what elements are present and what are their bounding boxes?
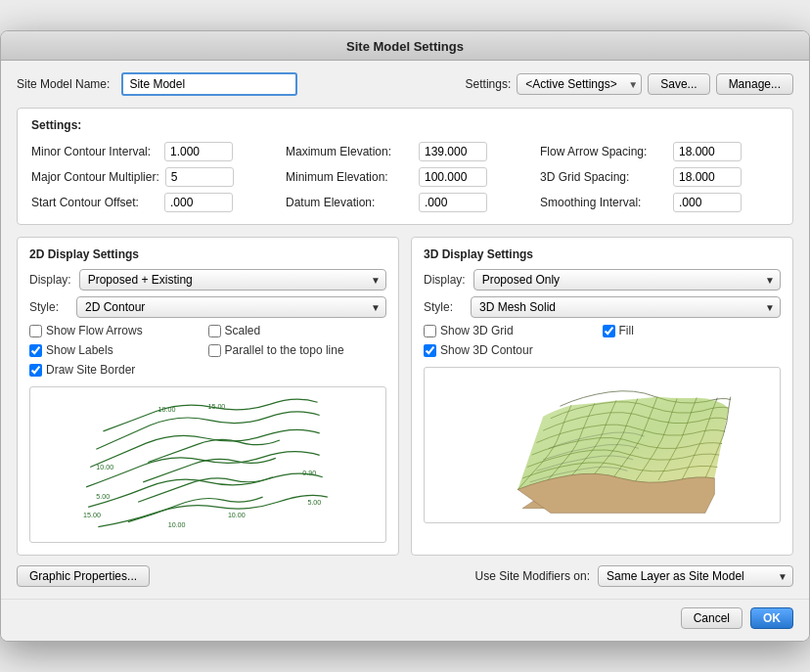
scaled-row: Scaled	[208, 324, 387, 337]
minor-contour-interval-input[interactable]	[164, 142, 233, 161]
3d-display-label: Display:	[424, 273, 466, 287]
datum-elevation-label: Datum Elevation:	[286, 196, 413, 209]
2d-style-select[interactable]: 2D Contour 2D Slope	[76, 296, 386, 318]
3d-display-select[interactable]: Proposed Only Proposed + Existing Existi…	[473, 269, 781, 291]
site-model-name-label: Site Model Name:	[17, 77, 110, 91]
modifier-select-wrapper: Same Layer as Site Model Active Layer ▼	[598, 565, 793, 587]
display-settings-columns: 2D Display Settings Display: Proposed + …	[17, 237, 793, 556]
3d-display-section: 3D Display Settings Display: Proposed On…	[411, 237, 793, 556]
2d-display-label: Display:	[29, 273, 71, 287]
scaled-checkbox[interactable]	[208, 325, 221, 337]
show-3d-contour-checkbox[interactable]	[424, 344, 436, 357]
save-button[interactable]: Save...	[648, 73, 709, 95]
draw-site-border-label: Draw Site Border	[46, 363, 135, 377]
draw-site-border-row: Draw Site Border	[29, 363, 386, 377]
3d-style-select[interactable]: 3D Mesh Solid 3D Mesh 3D Solid	[471, 296, 781, 318]
use-site-modifiers-select[interactable]: Same Layer as Site Model Active Layer	[598, 565, 793, 587]
major-contour-multiplier-label: Major Contour Multiplier:	[31, 170, 159, 184]
fill-checkbox[interactable]	[603, 325, 615, 337]
svg-text:5.00: 5.00	[307, 499, 321, 507]
svg-text:0.90: 0.90	[302, 470, 316, 477]
svg-text:10.00: 10.00	[228, 512, 246, 519]
start-contour-offset-input[interactable]	[164, 193, 233, 212]
bottom-left: Graphic Properties...	[17, 565, 150, 587]
svg-text:10.00: 10.00	[96, 464, 113, 471]
2d-preview: 5.00 10.00 15.00 10.00 10.00 5.00 0.90 1…	[29, 386, 386, 543]
3d-display-select-wrapper: Proposed Only Proposed + Existing Existi…	[473, 269, 781, 291]
2d-display-select[interactable]: Proposed + Existing Proposed Only Existi…	[79, 269, 386, 291]
show-3d-grid-checkbox[interactable]	[424, 325, 436, 337]
parallel-topo-label: Parallel to the topo line	[225, 343, 344, 357]
draw-site-border-checkbox[interactable]	[29, 364, 42, 377]
smoothing-interval-label: Smoothing Interval:	[540, 196, 667, 209]
svg-text:15.00: 15.00	[208, 403, 226, 411]
3d-grid-spacing-input[interactable]	[673, 167, 742, 187]
2d-style-label: Style:	[29, 300, 68, 314]
svg-text:5.00: 5.00	[96, 493, 110, 501]
fill-row: Fill	[603, 324, 782, 337]
smoothing-interval-input[interactable]	[673, 193, 742, 212]
site-model-name-input[interactable]	[121, 72, 297, 96]
show-3d-grid-row: Show 3D Grid	[424, 324, 603, 337]
show-labels-row: Show Labels	[29, 343, 208, 357]
minimum-elevation-input[interactable]	[419, 167, 487, 187]
active-settings-select-wrapper: <Active Settings> ▼	[517, 73, 642, 95]
3d-preview	[424, 367, 781, 523]
2d-checkboxes: Show Flow Arrows Scaled Show Labels Para…	[29, 324, 386, 379]
fill-label: Fill	[619, 324, 634, 337]
minimum-elevation-label: Minimum Elevation:	[286, 170, 413, 184]
use-site-modifiers-label: Use Site Modifiers on:	[475, 569, 590, 583]
minor-contour-interval-label: Minor Contour Interval:	[31, 145, 158, 158]
2d-contour-svg: 5.00 10.00 15.00 10.00 10.00 5.00 0.90 1…	[30, 387, 385, 542]
scaled-label: Scaled	[225, 324, 261, 337]
3d-style-select-wrapper: 3D Mesh Solid 3D Mesh 3D Solid ▼	[471, 296, 781, 318]
2d-style-select-wrapper: 2D Contour 2D Slope ▼	[76, 296, 386, 318]
settings-section-title: Settings:	[31, 118, 779, 132]
svg-text:10.00: 10.00	[168, 521, 186, 529]
dialog-title: Site Model Settings	[346, 39, 464, 54]
major-contour-multiplier-input[interactable]	[165, 167, 234, 187]
show-labels-checkbox[interactable]	[29, 344, 42, 357]
field-major-contour-multiplier: Major Contour Multiplier:	[31, 167, 270, 187]
dialog-body: Site Model Name: Settings: <Active Setti…	[1, 61, 809, 599]
3d-display-title: 3D Display Settings	[424, 247, 781, 261]
manage-button[interactable]: Manage...	[716, 73, 793, 95]
parallel-topo-checkbox[interactable]	[208, 344, 221, 357]
bottom-row: Graphic Properties... Use Site Modifiers…	[17, 565, 793, 587]
2d-display-title: 2D Display Settings	[29, 247, 386, 261]
graphic-properties-button[interactable]: Graphic Properties...	[17, 565, 150, 587]
site-model-settings-dialog: Site Model Settings Site Model Name: Set…	[0, 30, 810, 642]
2d-style-row: Style: 2D Contour 2D Slope ▼	[29, 296, 386, 318]
show-flow-arrows-label: Show Flow Arrows	[46, 324, 143, 337]
3d-style-label: Style:	[424, 300, 463, 314]
field-datum-elevation: Datum Elevation:	[286, 193, 524, 212]
settings-label: Settings:	[466, 77, 512, 91]
3d-checkboxes: Show 3D Grid Fill Show 3D Contour	[424, 324, 781, 359]
ok-button[interactable]: OK	[750, 607, 793, 629]
maximum-elevation-label: Maximum Elevation:	[286, 145, 413, 158]
fields-grid: Minor Contour Interval: Maximum Elevatio…	[31, 142, 779, 212]
active-settings-select[interactable]: <Active Settings>	[517, 73, 642, 95]
maximum-elevation-input[interactable]	[419, 142, 487, 161]
field-smoothing-interval: Smoothing Interval:	[540, 193, 779, 212]
2d-display-select-wrapper: Proposed + Existing Proposed Only Existi…	[79, 269, 386, 291]
datum-elevation-input[interactable]	[419, 193, 487, 212]
3d-style-row: Style: 3D Mesh Solid 3D Mesh 3D Solid ▼	[424, 296, 781, 318]
field-start-contour-offset: Start Contour Offset:	[31, 193, 270, 212]
svg-text:15.00: 15.00	[83, 512, 101, 519]
flow-arrow-spacing-input[interactable]	[673, 142, 742, 161]
field-maximum-elevation: Maximum Elevation:	[286, 142, 524, 161]
title-bar: Site Model Settings	[1, 31, 809, 61]
3d-mesh-svg	[425, 368, 780, 522]
show-flow-arrows-checkbox[interactable]	[29, 325, 42, 337]
cancel-button[interactable]: Cancel	[681, 607, 742, 629]
settings-section: Settings: Minor Contour Interval: Maximu…	[17, 108, 793, 225]
dialog-footer: Cancel OK	[1, 599, 809, 641]
show-3d-contour-row: Show 3D Contour	[424, 343, 781, 357]
3d-grid-spacing-label: 3D Grid Spacing:	[540, 170, 667, 184]
show-labels-label: Show Labels	[46, 343, 113, 357]
3d-display-row: Display: Proposed Only Proposed + Existi…	[424, 269, 781, 291]
field-minimum-elevation: Minimum Elevation:	[286, 167, 524, 187]
svg-text:10.00: 10.00	[158, 406, 176, 414]
2d-display-section: 2D Display Settings Display: Proposed + …	[17, 237, 399, 556]
